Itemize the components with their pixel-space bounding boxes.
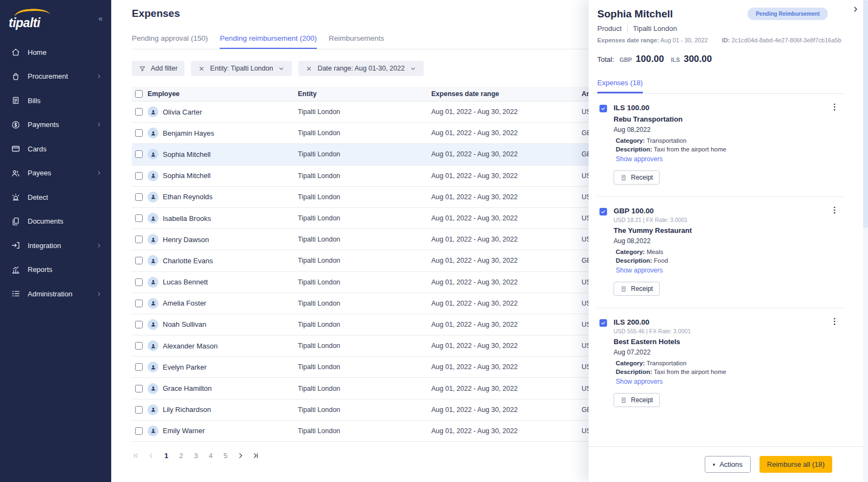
chevron-down-icon[interactable] (278, 65, 285, 72)
row-checkbox[interactable] (135, 236, 143, 243)
entity-cell: Tipalti London (298, 108, 431, 116)
sidebar: tipalti « HomeProcurementBillsPaymentsCa… (0, 0, 111, 482)
expense-merchant: Rebu Transportation (614, 115, 726, 123)
administration-icon (11, 289, 21, 299)
remove-filter-icon[interactable] (198, 65, 205, 72)
expense-card-list: ILS 100.00Rebu TransportationAug 08,2022… (597, 94, 844, 419)
sidebar-item-label: Payees (28, 169, 51, 177)
last-page-icon[interactable] (251, 451, 260, 460)
remove-filter-icon[interactable] (305, 65, 312, 72)
row-checkbox[interactable] (135, 150, 143, 158)
sidebar-item-procurement[interactable]: Procurement (0, 65, 111, 89)
row-checkbox[interactable] (135, 363, 143, 371)
kebab-menu-icon[interactable]: ⋮ (831, 103, 839, 111)
page-number-5[interactable]: 5 (220, 451, 231, 461)
row-checkbox[interactable] (135, 427, 143, 435)
employee-name: Benjamin Hayes (163, 129, 214, 137)
next-page-icon[interactable] (236, 451, 245, 460)
panel-scrollbar[interactable] (863, 0, 868, 482)
sidebar-item-detect[interactable]: Detect (0, 185, 111, 210)
employee-cell: Grace Hamilton (148, 383, 298, 394)
receipt-icon (620, 397, 627, 404)
column-header-date-range[interactable]: Expenses date range (431, 90, 582, 98)
tab-expenses[interactable]: Expenses (18) (597, 79, 643, 93)
receipt-button[interactable]: Receipt (614, 393, 660, 407)
select-all-checkbox[interactable] (135, 90, 143, 98)
add-filter-button[interactable]: Add filter (132, 61, 184, 76)
filter-chip-date-range-aug-01-30-2022[interactable]: Date range: Aug 01-30, 2022 (298, 61, 424, 76)
row-checkbox[interactable] (135, 342, 143, 350)
employee-cell: Evelyn Parker (148, 362, 298, 372)
expense-checkbox-checked[interactable] (599, 208, 607, 215)
sidebar-item-payees[interactable]: Payees (0, 161, 111, 186)
expense-checkbox-checked[interactable] (599, 105, 607, 112)
receipt-label: Receipt (631, 396, 653, 404)
filter-chip-entity-tipalti-london[interactable]: Entity: Tipalti London (191, 61, 292, 76)
total-row: Total: GBP 100.00 ILS 300.00 (597, 54, 844, 65)
scrollbar-thumb[interactable] (863, 0, 868, 228)
sidebar-item-home[interactable]: Home (0, 40, 111, 65)
row-checkbox[interactable] (135, 214, 143, 222)
employee-name: Sophia Mitchell (163, 150, 210, 158)
chevron-down-icon[interactable] (410, 65, 417, 72)
row-checkbox-cell (132, 108, 148, 116)
receipt-button[interactable]: Receipt (614, 170, 660, 185)
page-number-3[interactable]: 3 (190, 451, 201, 461)
employee-cell: Lucas Bennett (148, 277, 298, 288)
sidebar-item-label: Reports (28, 265, 53, 274)
expense-detail-panel: Sophia Mitchell Pending Reimbursement Pr… (589, 0, 868, 482)
avatar (148, 128, 158, 138)
show-approvers-link[interactable]: Show approvers (614, 378, 726, 385)
row-checkbox[interactable] (135, 385, 143, 392)
row-checkbox[interactable] (135, 300, 143, 307)
documents-icon (11, 217, 21, 226)
row-checkbox[interactable] (135, 108, 143, 116)
column-header-entity[interactable]: Entity (298, 90, 431, 98)
row-checkbox[interactable] (135, 278, 143, 286)
sidebar-item-cards[interactable]: Cards (0, 137, 111, 161)
sidebar-collapse-button[interactable]: « (98, 14, 103, 23)
entity-cell: Tipalti London (298, 214, 431, 222)
collapse-panel-icon[interactable] (852, 5, 859, 13)
panel-id: ID: 2c1cd04d-8abd-4e27-806f-3e8f7cb16a5b (722, 37, 841, 43)
actions-button[interactable]: ▾ Actions (705, 456, 751, 473)
kebab-menu-icon[interactable]: ⋮ (831, 317, 839, 325)
row-checkbox[interactable] (135, 129, 143, 137)
column-header-employee[interactable]: Employee (148, 90, 298, 98)
page-number-4[interactable]: 4 (206, 451, 216, 461)
avatar (148, 213, 158, 224)
row-checkbox[interactable] (135, 406, 143, 414)
total-amount-2: 300.00 (684, 54, 712, 65)
tab-pending-reimbursement-200[interactable]: Pending reimbursement (200) (220, 31, 317, 49)
row-checkbox[interactable] (135, 321, 143, 328)
sidebar-item-bills[interactable]: Bills (0, 88, 111, 113)
entity-cell: Tipalti London (298, 363, 431, 371)
show-approvers-link[interactable]: Show approvers (614, 267, 692, 274)
page-number-1[interactable]: 1 (161, 451, 171, 461)
sidebar-item-administration[interactable]: Administration (0, 282, 111, 306)
home-icon (11, 47, 21, 57)
expense-amount: ILS 100.00 (614, 104, 726, 112)
page-number-2[interactable]: 2 (176, 451, 186, 461)
filter-chip-label: Date range: Aug 01-30, 2022 (317, 65, 405, 72)
previous-page-icon[interactable] (146, 451, 156, 460)
tab-pending-approval-150[interactable]: Pending approval (150) (132, 31, 208, 49)
employee-name: Amelia Foster (163, 299, 206, 307)
tab-reimbursements[interactable]: Reimbursements (329, 31, 384, 49)
expense-checkbox-checked[interactable] (599, 319, 607, 327)
first-page-icon[interactable] (132, 451, 141, 460)
employee-cell: Alexander Mason (148, 340, 298, 351)
sidebar-item-documents[interactable]: Documents (0, 210, 111, 234)
date-range-cell: Aug 01, 2022 - Aug 30, 2022 (431, 257, 582, 264)
show-approvers-link[interactable]: Show approvers (614, 155, 726, 163)
row-checkbox[interactable] (135, 257, 143, 264)
sidebar-item-integration[interactable]: Integration (0, 233, 111, 258)
row-checkbox[interactable] (135, 193, 143, 201)
filter-chip-label: Entity: Tipalti London (210, 65, 273, 72)
receipt-button[interactable]: Receipt (614, 282, 660, 296)
kebab-menu-icon[interactable]: ⋮ (831, 206, 839, 214)
reimburse-all-button[interactable]: Reimburse all (18) (760, 456, 832, 473)
row-checkbox[interactable] (135, 172, 143, 180)
sidebar-item-reports[interactable]: Reports (0, 258, 111, 282)
sidebar-item-payments[interactable]: Payments (0, 113, 111, 137)
